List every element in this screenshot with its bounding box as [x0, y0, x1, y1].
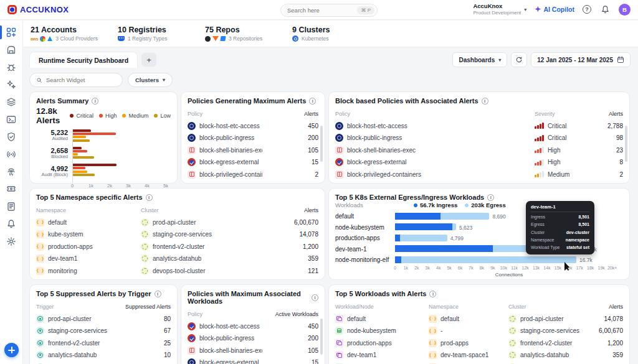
sidebar-item-tickets[interactable]: [3, 182, 19, 197]
table-row[interactable]: block-public-ingress200: [188, 332, 318, 345]
sidebar-item-shield-compliance[interactable]: [3, 129, 19, 144]
table-row[interactable]: production-appsfrontend-v2-cluster1,200: [36, 241, 318, 253]
table-row[interactable]: production-appsprod-appsfrontend-v2-clus…: [335, 337, 623, 350]
table-row[interactable]: block-privileged-containers2: [188, 169, 318, 181]
bar-group[interactable]: [73, 147, 171, 159]
sidebar-item-inventory[interactable]: [3, 42, 19, 57]
table-row[interactable]: defaultprod-api-cluster6,00,670: [36, 217, 318, 229]
info-icon[interactable]: [92, 98, 98, 105]
table-row[interactable]: defaultdefaultprod-api-cluster14,078: [335, 313, 623, 325]
table-row[interactable]: block-egress-external15: [188, 357, 318, 364]
table-row[interactable]: block-shell-binaries-exec105: [188, 144, 318, 157]
bar-medium[interactable]: [73, 170, 87, 173]
category-label: production-apps: [335, 235, 395, 241]
table-row[interactable]: block-public-ingressCritical98: [335, 132, 623, 144]
tab-runtime-security-dashboard[interactable]: Runtime Security Dashboard: [29, 52, 138, 68]
sidebar-item-settings[interactable]: [3, 234, 19, 249]
bar-high[interactable]: [73, 150, 87, 152]
table-row[interactable]: block-public-ingress200: [188, 132, 318, 144]
column-header: Alerts: [262, 111, 318, 117]
sidebar-item-dashboard[interactable]: [3, 25, 19, 40]
stacked-bar[interactable]: [395, 213, 489, 220]
help-button[interactable]: ?: [583, 5, 591, 14]
table-row[interactable]: block-host-etc-access450: [188, 320, 318, 333]
table-row[interactable]: node-monitoring-elf-devops-tool-cluster1…: [335, 362, 623, 364]
table-row[interactable]: block-egress-externalHigh8: [335, 156, 623, 169]
stacked-bar[interactable]: [395, 223, 456, 230]
table-row[interactable]: dev-team1analytics-datahub359: [36, 253, 318, 265]
scrollbar-thumb[interactable]: [625, 126, 627, 162]
bar-low[interactable]: [73, 174, 95, 176]
k8s-bar-row[interactable]: node-monitoring-elf16.7k: [335, 254, 623, 266]
legend-label: Critical: [76, 113, 93, 119]
table-row[interactable]: kube-systemstaging-core-services14,078: [36, 228, 318, 241]
notifications-bell-button[interactable]: [599, 4, 611, 15]
table-cell: 359: [579, 352, 623, 358]
table-row[interactable]: dev-team1dev-team-space1analytics-datahu…: [335, 349, 623, 362]
add-tab-button[interactable]: +: [141, 53, 156, 67]
tenant-switcher[interactable]: AccuKnox Product Development ▾: [473, 3, 526, 16]
bar-low[interactable]: [73, 139, 90, 142]
scrollbar-thumb[interactable]: [320, 126, 323, 162]
layers-icon: [6, 97, 16, 107]
sidebar-item-signal-monitors[interactable]: [3, 147, 19, 162]
table-row[interactable]: node-kubesystem-staging-core-services6,0…: [335, 325, 623, 337]
scrollbar-thumb[interactable]: [320, 319, 323, 355]
table-row[interactable]: analytics-datahub10: [36, 349, 171, 362]
info-icon[interactable]: [429, 291, 436, 297]
column-header: Policy: [188, 311, 262, 317]
table-row[interactable]: block-host-etc-accessCritical2,788: [335, 120, 623, 133]
bar-medium[interactable]: [73, 136, 86, 138]
search-icon: [36, 77, 42, 83]
sidebar-item-layers[interactable]: [3, 95, 19, 110]
bar-critical[interactable]: [73, 147, 82, 149]
table-row[interactable]: block-egress-external15: [188, 156, 318, 169]
table-row[interactable]: frontend-v2-cluster25: [36, 337, 171, 350]
legend-label: 56.7k Ingress: [420, 202, 457, 208]
global-search-input[interactable]: [287, 7, 353, 14]
table-row[interactable]: staging-core-services67: [36, 325, 171, 337]
add-fab-button[interactable]: [4, 343, 19, 357]
card-title: Policies with Maximum Associated Workloa…: [188, 290, 308, 305]
widget-search-input[interactable]: [46, 77, 116, 83]
refresh-button[interactable]: [511, 52, 527, 67]
accuknox-logo[interactable]: AccuKnox: [7, 5, 69, 14]
sidebar-item-ai-assist[interactable]: [3, 77, 19, 92]
global-search[interactable]: ⌘ P: [280, 4, 378, 17]
table-row[interactable]: block-host-etc-access450: [188, 120, 318, 133]
sidebar-item-reports[interactable]: [3, 199, 19, 214]
dashboards-dropdown[interactable]: Dashboards ▾: [452, 52, 507, 67]
info-icon[interactable]: [309, 98, 316, 105]
bar-high[interactable]: [73, 133, 116, 135]
ai-copilot-button[interactable]: ✦ AI Copilot: [535, 6, 574, 13]
table-row[interactable]: prod-api-cluster80: [36, 313, 171, 325]
sidebar-item-notifications[interactable]: [3, 217, 19, 231]
info-icon[interactable]: [482, 98, 488, 105]
bar-critical[interactable]: [73, 129, 91, 132]
info-icon[interactable]: [312, 294, 318, 301]
bar-group[interactable]: [73, 164, 171, 176]
bar-medium[interactable]: [73, 153, 78, 156]
sidebar-item-identity[interactable]: [3, 164, 19, 179]
user-avatar[interactable]: B: [619, 4, 631, 16]
sidebar-item-issues[interactable]: [3, 60, 19, 75]
bar-group[interactable]: [73, 129, 171, 142]
info-icon[interactable]: [155, 291, 161, 297]
bar-high[interactable]: [73, 167, 85, 169]
tenant-name: AccuKnox: [473, 3, 521, 10]
stacked-bar[interactable]: [395, 235, 447, 241]
table-row[interactable]: block-privileged-containersMedium2: [335, 169, 623, 181]
table-row[interactable]: block-shell-binaries-exec105: [188, 345, 318, 357]
info-icon[interactable]: [487, 194, 494, 201]
info-icon[interactable]: [146, 194, 153, 201]
clusters-filter-dropdown[interactable]: Clusters ▾: [128, 73, 173, 87]
stacked-bar[interactable]: [395, 256, 576, 263]
bar-critical[interactable]: [73, 164, 117, 166]
sidebar-item-runtime-protection[interactable]: [3, 112, 19, 127]
date-range-picker[interactable]: 12 Jan 2025 - 12 Mar 2025: [531, 52, 631, 67]
table-row[interactable]: monitoringdevops-tool-cluster121: [36, 265, 318, 278]
bar-low[interactable]: [73, 156, 94, 159]
table-row[interactable]: devops-tool-cluster2: [36, 362, 171, 364]
table-row[interactable]: block-shell-binaries-execHigh23: [335, 144, 623, 157]
widget-search[interactable]: [29, 73, 123, 87]
